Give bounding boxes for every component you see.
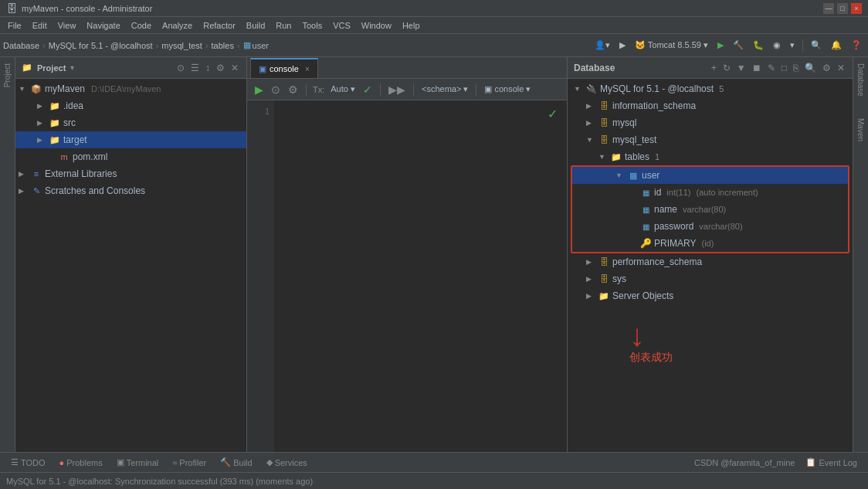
db-collapse-btn[interactable]: ✕	[836, 63, 846, 73]
help-btn[interactable]: ❓	[848, 39, 865, 52]
tree-idea[interactable]: ▶ 📁 .idea	[15, 97, 246, 114]
minimize-button[interactable]: —	[823, 3, 834, 14]
db-settings-btn[interactable]: ⚙	[821, 63, 832, 73]
db-tables[interactable]: ▼ 📁 tables 1	[568, 148, 853, 165]
editor-tabs: ▣ console ×	[247, 57, 567, 79]
breadcrumb-connection[interactable]: MySQL for 5.1 - @localhost	[49, 41, 153, 50]
db-server-objects[interactable]: ▶ 📁 Server Objects	[568, 287, 853, 304]
menu-run[interactable]: Run	[271, 19, 296, 32]
menu-file[interactable]: File	[3, 19, 26, 32]
db-connection[interactable]: ▼ 🔌 MySQL for 5.1 - @localhost 5	[568, 80, 853, 97]
profiler-btn[interactable]: ≈ Profiler	[168, 457, 211, 469]
problems-btn[interactable]: ● Problems	[55, 457, 107, 469]
editor-content[interactable]: 1 ✓	[247, 100, 567, 452]
console-switch-btn[interactable]: ▣ console ▾	[483, 84, 532, 94]
menu-analyze[interactable]: Analyze	[158, 19, 197, 32]
event-log-btn[interactable]: 📋 Event Log	[801, 456, 862, 469]
db-edit-btn[interactable]: ✎	[766, 63, 777, 73]
breadcrumb-schema[interactable]: mysql_test	[161, 41, 202, 50]
breadcrumb-user[interactable]: user	[253, 41, 269, 50]
db-mysql[interactable]: ▶ 🗄 mysql	[568, 114, 853, 131]
run-query-btn[interactable]: ▶	[253, 83, 265, 96]
terminal-btn[interactable]: ▣ Terminal	[112, 456, 164, 469]
run-config-btn[interactable]: ▶	[616, 39, 629, 52]
editor-tab-console[interactable]: ▣ console ×	[250, 58, 318, 78]
db-user-table[interactable]: ▼ ▦ user	[572, 167, 848, 184]
panel-locate-btn[interactable]: ⊙	[175, 63, 186, 73]
status-message: MySQL for 5.1 - @localhost: Synchronizat…	[6, 477, 313, 486]
tree-target[interactable]: ▶ 📁 target	[15, 131, 246, 148]
db-panel-actions: + ↻ ▼ ⏹ ✎ □ ⎘ 🔍 ⚙ ✕	[710, 63, 846, 73]
more-btn[interactable]: ▾	[787, 39, 798, 52]
tree-root[interactable]: ▼ 📦 myMaven D:\IDEA\myMaven	[15, 80, 246, 97]
menu-refactor[interactable]: Refactor	[198, 19, 240, 32]
db-performance-schema[interactable]: ▶ 🗄 performance_schema	[568, 253, 853, 270]
tomcat-btn[interactable]: 🐱 Tomcat 8.5.59 ▾	[632, 39, 711, 52]
coverage-btn[interactable]: ◉	[770, 39, 784, 52]
db-col-name[interactable]: ▶ ▦ name varchar(80)	[572, 201, 848, 218]
notification-btn[interactable]: 🔔	[828, 39, 845, 52]
panel-sort-btn[interactable]: ↕	[204, 63, 212, 73]
db-primary-key[interactable]: ▶ 🔑 PRIMARY (id)	[572, 235, 848, 252]
run-btn[interactable]: ▶	[714, 39, 727, 52]
project-strip-label[interactable]: Project	[3, 60, 12, 90]
build-btn[interactable]: 🔨	[730, 39, 747, 52]
user-icon-btn[interactable]: 👤▾	[592, 39, 613, 52]
search-btn[interactable]: 🔍	[808, 39, 825, 52]
tree-pom[interactable]: ▶ m pom.xml	[15, 148, 246, 165]
query-config-btn[interactable]: ⚙	[287, 83, 300, 96]
maven-strip-label[interactable]: Maven	[856, 115, 865, 144]
build-icon: 🔨	[220, 457, 231, 467]
pom-icon: m	[59, 151, 70, 162]
execute-btn[interactable]: ▶▶	[387, 83, 407, 96]
ext-label: External Libraries	[45, 168, 117, 179]
db-filter-btn[interactable]: ▼	[735, 63, 748, 73]
panel-close-btn[interactable]: ✕	[229, 63, 240, 73]
tree-scratches[interactable]: ▶ ✎ Scratches and Consoles	[15, 182, 246, 199]
db-stop-btn[interactable]: ⏹	[751, 63, 763, 73]
menu-tools[interactable]: Tools	[297, 19, 327, 32]
menu-edit[interactable]: Edit	[28, 19, 52, 32]
db-information-schema[interactable]: ▶ 🗄 information_schema	[568, 97, 853, 114]
db-schema-btn[interactable]: □	[780, 63, 788, 73]
breadcrumb-tables[interactable]: tables	[212, 41, 234, 50]
menu-window[interactable]: Window	[357, 19, 396, 32]
services-btn[interactable]: ◆ Services	[262, 456, 312, 469]
menu-navigate[interactable]: Navigate	[82, 19, 124, 32]
db-panel-header: Database + ↻ ▼ ⏹ ✎ □ ⎘ 🔍 ⚙ ✕	[568, 57, 853, 79]
db-search-btn[interactable]: 🔍	[803, 63, 818, 73]
separator	[802, 39, 803, 52]
db-add-btn[interactable]: +	[710, 63, 718, 73]
panel-collapse-btn[interactable]: ☰	[189, 63, 201, 73]
commit-btn[interactable]: ✓	[361, 83, 374, 96]
tree-ext-libs[interactable]: ▶ ≡ External Libraries	[15, 165, 246, 182]
db-sys[interactable]: ▶ 🗄 sys	[568, 270, 853, 287]
build-bottom-btn[interactable]: 🔨 Build	[215, 456, 256, 469]
query-history-btn[interactable]: ⊙	[270, 83, 282, 96]
tab-close-icon[interactable]: ×	[305, 65, 310, 73]
tx-mode-btn[interactable]: Auto ▾	[329, 84, 357, 94]
todo-btn[interactable]: ☰ TODO	[6, 456, 50, 469]
menu-help[interactable]: Help	[398, 19, 425, 32]
schema-btn[interactable]: <schema> ▾	[420, 84, 470, 94]
breadcrumb-database[interactable]: Database	[3, 41, 39, 50]
panel-settings-btn[interactable]: ⚙	[215, 63, 226, 73]
db-col-password[interactable]: ▶ ▦ password varchar(80)	[572, 218, 848, 235]
mysql-arrow: ▶	[586, 119, 595, 127]
problems-label: Problems	[66, 458, 102, 467]
menu-view[interactable]: View	[53, 19, 81, 32]
menu-build[interactable]: Build	[242, 19, 270, 32]
ext-icon: ≡	[31, 168, 42, 179]
debug-btn[interactable]: 🐛	[750, 39, 767, 52]
db-copy-btn[interactable]: ⎘	[792, 63, 800, 73]
maximize-button[interactable]: □	[837, 3, 848, 14]
tree-src[interactable]: ▶ 📁 src	[15, 114, 246, 131]
menu-code[interactable]: Code	[127, 19, 156, 32]
db-col-id[interactable]: ▶ ▦ id int(11) (auto increment)	[572, 184, 848, 201]
close-button[interactable]: ×	[851, 3, 862, 14]
db-refresh-btn[interactable]: ↻	[721, 63, 732, 73]
db-mysql-test[interactable]: ▼ 🗄 mysql_test	[568, 131, 853, 148]
database-strip-label[interactable]: Database	[856, 60, 865, 100]
bottom-right: CSDN @faramita_of_mine 📋 Event Log	[694, 456, 862, 469]
menu-vcs[interactable]: VCS	[328, 19, 355, 32]
